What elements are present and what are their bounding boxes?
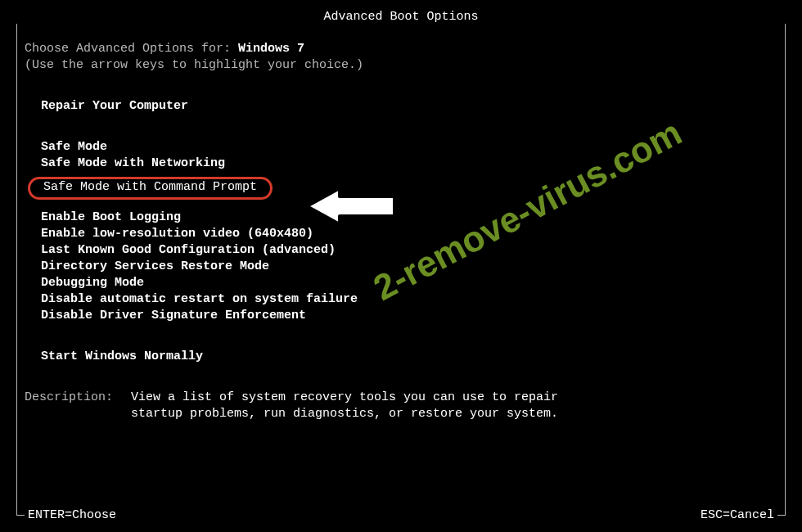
hint-enter: ENTER=Choose bbox=[25, 507, 119, 524]
option-repair[interactable]: Repair Your Computer bbox=[25, 98, 188, 115]
arrow-hint: (Use the arrow keys to highlight your ch… bbox=[25, 57, 777, 74]
option-debugging[interactable]: Debugging Mode bbox=[25, 275, 144, 291]
option-boot-logging[interactable]: Enable Boot Logging bbox=[25, 210, 181, 226]
main-content: Choose Advanced Options for: Windows 7 (… bbox=[25, 41, 777, 491]
os-name: Windows 7 bbox=[238, 42, 304, 56]
description-text: View a list of system recovery tools you… bbox=[131, 390, 777, 422]
option-low-res[interactable]: Enable low-resolution video (640x480) bbox=[25, 226, 313, 242]
option-last-known[interactable]: Last Known Good Configuration (advanced) bbox=[25, 242, 336, 259]
page-title-text: Advanced Boot Options bbox=[317, 10, 484, 24]
pointer-arrow-icon bbox=[303, 182, 401, 235]
choose-line: Choose Advanced Options for: Windows 7 bbox=[25, 41, 777, 57]
description-block: Description: View a list of system recov… bbox=[25, 390, 777, 422]
description-label: Description: bbox=[25, 390, 131, 422]
page-title: Advanced Boot Options bbox=[0, 10, 802, 24]
option-safe-mode-networking[interactable]: Safe Mode with Networking bbox=[25, 156, 225, 172]
option-start-normally[interactable]: Start Windows Normally bbox=[25, 349, 203, 365]
key-hints: ENTER=Choose ESC=Cancel bbox=[25, 507, 777, 524]
option-disable-restart[interactable]: Disable automatic restart on system fail… bbox=[25, 291, 358, 308]
hint-esc: ESC=Cancel bbox=[697, 507, 777, 524]
svg-marker-0 bbox=[307, 188, 394, 224]
option-disable-driver-sig[interactable]: Disable Driver Signature Enforcement bbox=[25, 308, 306, 324]
option-safe-mode-cmd-selected[interactable]: Safe Mode with Command Prompt bbox=[28, 177, 273, 200]
option-ds-restore[interactable]: Directory Services Restore Mode bbox=[25, 259, 269, 275]
option-safe-mode[interactable]: Safe Mode bbox=[25, 139, 107, 156]
